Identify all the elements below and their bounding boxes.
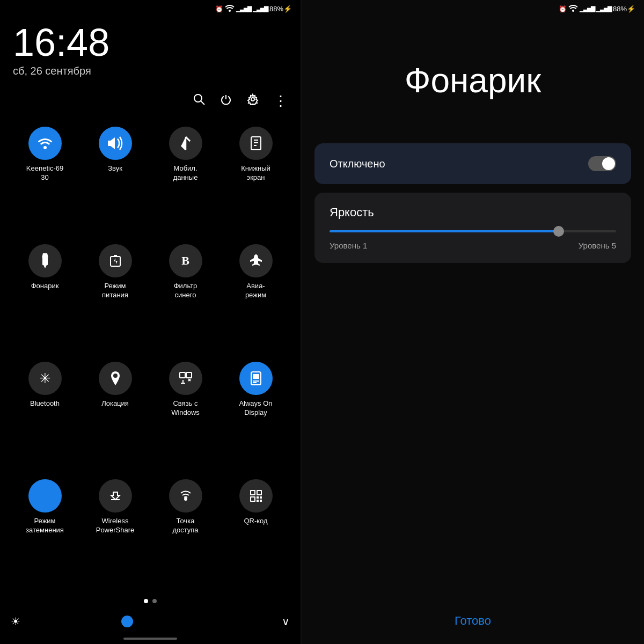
tile-bluetooth-label: Bluetooth [30,399,60,408]
tile-airplane[interactable]: Авиа- режим [222,237,290,352]
tile-sound-label: Звук [108,164,122,173]
svg-rect-24 [251,491,254,494]
toggle-label: Отключено [330,158,385,170]
tile-book-label: Книжный экран [241,164,270,182]
svg-rect-26 [258,491,261,494]
home-indicator [123,638,177,640]
right-status-bar: ⏰ ▁▃▅▇ ▁▃▅▇ 88%⚡ [302,0,644,18]
airplane-icon [239,244,273,277]
tile-location[interactable]: Локация [81,354,149,470]
tile-windows-label: Связь с Windows [171,399,200,418]
tile-battery[interactable]: Режим питания [81,237,149,352]
svg-point-33 [572,10,574,12]
svg-rect-32 [260,500,262,502]
brightness-slider[interactable] [27,620,275,623]
tile-flashlight-label: Фонарик [31,282,59,291]
brightness-levels: Уровень 1 Уровень 5 [330,241,616,250]
left-status-bar: ⏰ ▁▃▅▇ ▁▃▅▇ 88%⚡ [0,0,301,18]
svg-rect-31 [257,500,259,502]
signal2-icon: ▁▃▅▇ [253,5,268,12]
tile-battery-label: Режим питания [102,282,128,300]
tile-hotspot[interactable]: Точка доступа [151,472,219,587]
brightness-section: Яркость Уровень 1 Уровень 5 [314,193,631,263]
right-status-icons: ⏰ ▁▃▅▇ ▁▃▅▇ 88%⚡ [559,4,635,13]
time-section: 16:48 сб, 26 сентября [0,18,301,88]
location-icon [99,362,132,395]
moon-icon [28,479,62,513]
right-signal2-icon: ▁▃▅▇ [596,5,611,12]
bottom-bar [0,633,301,644]
filter-icon: B [169,244,202,277]
level-max: Уровень 5 [579,241,616,250]
tile-bluetooth[interactable]: ✳ Bluetooth [11,354,79,470]
tile-mobile-label: Мобил. данные [173,164,198,182]
tile-sound[interactable]: Звук [81,119,149,235]
tile-qr[interactable]: QR-код [222,472,290,587]
alarm-icon: ⏰ [215,5,223,13]
right-alarm-icon: ⏰ [559,5,567,13]
tile-moon[interactable]: Режим затемнения [11,472,79,587]
tile-filter[interactable]: B Фильтр синего [151,237,219,352]
right-wifi-icon [568,4,578,13]
settings-button[interactable] [247,93,259,108]
left-panel: ⏰ ▁▃▅▇ ▁▃▅▇ 88%⚡ 16:48 сб, 26 сентября [0,0,301,644]
book-icon [239,127,273,160]
tile-hotspot-label: Точка доступа [172,517,198,535]
hotspot-icon [169,479,202,513]
search-button[interactable] [193,93,205,108]
battery-mode-icon [99,244,132,277]
svg-rect-29 [257,496,259,499]
expand-icon[interactable]: ∨ [282,615,290,628]
tile-wireless[interactable]: Wireless PowerShare [81,472,149,587]
tile-windows[interactable]: Связь с Windows [151,354,219,470]
svg-rect-28 [251,497,254,501]
svg-point-0 [229,10,231,12]
toolbar: ⋮ [0,88,301,114]
brightness-icon: ☀ [11,615,20,628]
svg-point-4 [43,146,47,149]
wifi-status-icon [225,4,235,13]
signal-icon: ▁▃▅▇ [236,5,251,12]
date-display: сб, 26 сентября [13,65,288,77]
flashlight-title: Фонарик [405,61,541,100]
svg-line-2 [201,101,204,105]
wifi-icon [28,127,62,160]
windows-icon [169,362,202,395]
more-button[interactable]: ⋮ [274,94,288,108]
svg-point-11 [113,374,118,378]
dot-2 [152,599,157,603]
svg-rect-30 [260,496,262,499]
svg-rect-19 [253,374,259,379]
left-status-icons: ⏰ ▁▃▅▇ ▁▃▅▇ 88%⚡ [215,4,292,13]
brightness-fill [330,230,559,232]
power-button[interactable] [220,93,232,108]
right-battery-text: 88%⚡ [613,5,635,13]
brightness-bar: ☀ ∨ [0,610,301,633]
mobile-icon [169,127,202,160]
time-display: 16:48 [13,23,288,62]
tile-book[interactable]: Книжный экран [222,119,290,235]
tile-location-label: Локация [101,399,129,408]
tile-flashlight[interactable]: Фонарик [11,237,79,352]
done-button[interactable]: Готово [455,614,491,628]
tile-moon-label: Режим затемнения [26,517,64,535]
brightness-right-slider[interactable] [330,230,616,232]
aod-icon [239,362,273,395]
tile-airplane-label: Авиа- режим [245,282,266,300]
tile-qr-label: QR-код [244,517,267,526]
toggle-knob [602,157,615,170]
flashlight-title-section: Фонарик [302,18,644,143]
svg-rect-12 [180,372,185,378]
svg-point-22 [185,498,187,500]
svg-point-3 [251,98,254,101]
tile-wireless-label: Wireless PowerShare [96,517,135,535]
tile-wifi[interactable]: Keenetic-69 30 [11,119,79,235]
tile-wifi-label: Keenetic-69 30 [26,164,63,182]
sound-icon [99,127,132,160]
toggle-switch[interactable] [588,156,616,171]
pagination [0,592,301,610]
tile-mobile[interactable]: Мобил. данные [151,119,219,235]
brightness-right-thumb [553,226,564,237]
tile-aod[interactable]: Always On Display [222,354,290,470]
tile-aod-label: Always On Display [239,399,272,418]
